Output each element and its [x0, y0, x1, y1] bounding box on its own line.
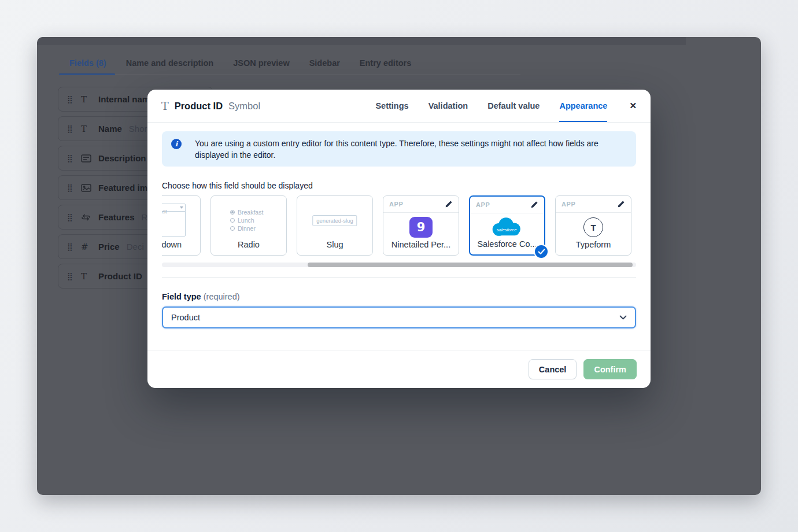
- text-field-icon: T: [81, 94, 98, 105]
- app-badge: APP: [389, 201, 403, 208]
- radio-option-label: Dinner: [238, 225, 256, 232]
- field-name: Product ID: [98, 271, 142, 281]
- app-topbar: [37, 37, 686, 45]
- reference-icon: [81, 213, 98, 221]
- typeform-logo-icon: T: [583, 217, 603, 237]
- scrollbar-thumb[interactable]: [308, 263, 633, 267]
- field-meta: Shor: [129, 124, 147, 134]
- divider: [162, 277, 636, 278]
- tabs-divider: [59, 75, 520, 75]
- tab-validation[interactable]: Validation: [428, 90, 468, 122]
- section-label: Choose how this field should be displaye…: [162, 181, 636, 190]
- content-type-tabs: Fields (8) Name and description JSON pre…: [69, 58, 411, 68]
- drag-handle-icon[interactable]: ⣿: [67, 95, 81, 104]
- field-name: Price: [98, 242, 120, 252]
- radio-icon: [230, 218, 235, 223]
- text-field-icon: T: [81, 124, 98, 134]
- drag-handle-icon[interactable]: ⣿: [67, 124, 81, 133]
- app-badge: APP: [476, 201, 490, 208]
- modal-tabs: Settings Validation Default value Appear…: [375, 90, 607, 122]
- drag-handle-icon[interactable]: ⣿: [67, 242, 81, 251]
- field-name: Internal nam: [98, 94, 150, 104]
- drag-handle-icon[interactable]: ⣿: [67, 213, 81, 221]
- dropdown-preview-text: ast: [162, 208, 167, 215]
- radio-option-label: Lunch: [238, 217, 254, 224]
- edit-pencil-icon[interactable]: [530, 201, 538, 209]
- drag-handle-icon[interactable]: ⣿: [67, 154, 81, 162]
- modal-header: T Product ID Symbol Settings Validation …: [147, 90, 651, 123]
- tab-name-and-description[interactable]: Name and description: [126, 58, 213, 68]
- caret-down-icon: [180, 206, 183, 209]
- field-meta: R: [142, 212, 148, 222]
- edit-pencil-icon[interactable]: [445, 200, 453, 208]
- tab-json-preview[interactable]: JSON preview: [233, 58, 290, 68]
- field-meta: Deci: [127, 242, 144, 252]
- svg-text:salesforce: salesforce: [497, 227, 517, 232]
- app-badge: APP: [561, 201, 575, 208]
- field-type-label-row: Field type (required): [162, 292, 636, 301]
- note-text: You are using a custom entry editor for …: [195, 137, 627, 161]
- field-name: Name: [98, 124, 122, 134]
- chevron-down-icon: [619, 315, 627, 320]
- widget-card-salesforce[interactable]: APP salesforce: [469, 195, 545, 256]
- tab-settings[interactable]: Settings: [375, 90, 408, 122]
- cancel-button[interactable]: Cancel: [529, 359, 577, 379]
- edit-pencil-icon[interactable]: [617, 200, 625, 208]
- widget-label: Slug: [297, 240, 372, 249]
- widget-card-ninetailed[interactable]: APP 9 Ninetailed Per...: [383, 195, 459, 256]
- slug-preview: generated-slug: [312, 215, 357, 226]
- widget-label: Salesforce Co...: [470, 239, 544, 249]
- widget-card-dropdown[interactable]: ast r Dropdown: [162, 195, 201, 256]
- tab-sidebar[interactable]: Sidebar: [309, 58, 340, 68]
- modal-footer: Cancel Confirm: [147, 350, 651, 388]
- radio-selected-icon: [230, 210, 235, 215]
- text-field-type-icon: T: [161, 99, 169, 112]
- selected-check-icon: [534, 244, 549, 259]
- field-type-value: Product: [171, 313, 200, 322]
- text-field-icon: T: [81, 271, 98, 282]
- number-icon: #: [81, 242, 98, 252]
- widget-label: Typeform: [556, 240, 631, 249]
- widget-card-slug[interactable]: generated-slug Slug: [297, 195, 373, 256]
- confirm-button[interactable]: Confirm: [583, 359, 637, 379]
- widget-label: Radio: [211, 240, 286, 249]
- tab-entry-editors[interactable]: Entry editors: [360, 58, 411, 68]
- modal-field-type-label: Symbol: [228, 101, 260, 112]
- radio-preview: Breakfast Lunch Dinner: [211, 209, 286, 232]
- widget-label: Ninetailed Per...: [383, 240, 459, 249]
- widget-cards-row: ast r Dropdown Breakfast Lunch: [162, 195, 636, 261]
- radio-icon: [230, 226, 235, 231]
- media-icon: [81, 184, 98, 192]
- widget-card-radio[interactable]: Breakfast Lunch Dinner Radio: [210, 195, 287, 256]
- drag-handle-icon[interactable]: ⣿: [67, 183, 81, 192]
- field-type-select[interactable]: Product: [162, 306, 636, 328]
- horizontal-scrollbar: [162, 263, 636, 267]
- tab-appearance[interactable]: Appearance: [559, 90, 607, 122]
- long-text-icon: [81, 154, 98, 162]
- modal-title: Product ID: [175, 101, 223, 112]
- widget-card-typeform[interactable]: APP T Typeform: [555, 195, 631, 256]
- field-type-label: Field type: [162, 292, 201, 301]
- custom-editor-note: i You are using a custom entry editor fo…: [162, 131, 636, 167]
- field-name: Description: [98, 153, 146, 163]
- field-name: Features: [98, 212, 135, 222]
- salesforce-logo-icon: salesforce: [489, 216, 525, 240]
- field-appearance-modal: T Product ID Symbol Settings Validation …: [147, 90, 651, 388]
- field-name: Featured ima: [98, 183, 152, 193]
- ninetailed-logo-icon: 9: [409, 217, 433, 238]
- info-icon: i: [171, 139, 182, 149]
- close-icon[interactable]: ✕: [629, 90, 637, 122]
- radio-option-label: Breakfast: [238, 209, 263, 216]
- widget-label: Dropdown: [162, 240, 200, 249]
- drag-handle-icon[interactable]: ⣿: [67, 272, 81, 280]
- tab-default-value[interactable]: Default value: [487, 90, 540, 122]
- tab-fields[interactable]: Fields (8): [69, 58, 106, 68]
- required-hint-text: (required): [204, 292, 240, 301]
